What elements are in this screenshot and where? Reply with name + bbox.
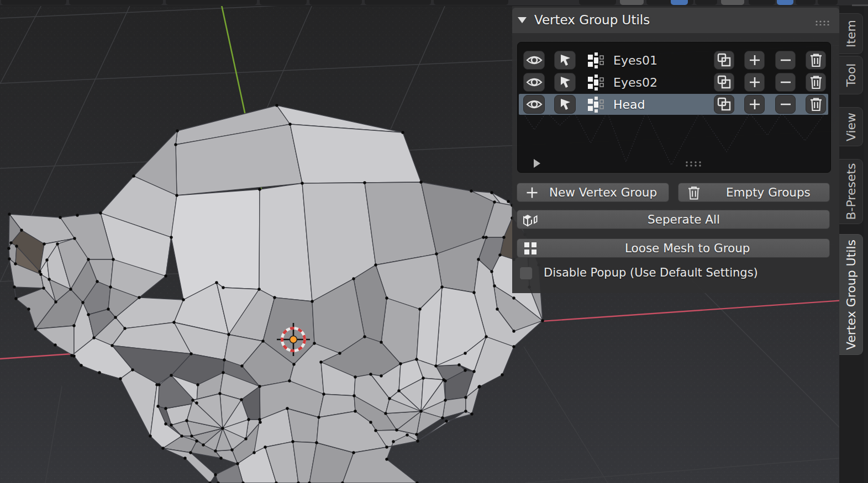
vertex-group-row[interactable]: Eyes01 bbox=[519, 49, 828, 71]
panel-title: Vertex Group Utils bbox=[534, 13, 650, 27]
disable-popup-checkbox[interactable] bbox=[519, 267, 533, 280]
visibility-toggle-eye-icon[interactable] bbox=[523, 95, 545, 114]
vertex-group-name[interactable]: Eyes02 bbox=[613, 76, 657, 89]
add-group-button[interactable] bbox=[744, 73, 765, 92]
sidebar-tab-strip: ItemToolViewB-PresetsVertex Group Utils bbox=[839, 6, 864, 483]
sidebar-tab-label: Vertex Group Utils bbox=[844, 239, 858, 349]
header-widget[interactable] bbox=[166, 0, 257, 5]
remove-group-button[interactable] bbox=[775, 73, 796, 92]
header-widget[interactable] bbox=[309, 0, 362, 5]
header-widget[interactable] bbox=[1, 0, 66, 5]
vertex-group-icon bbox=[587, 97, 606, 115]
sidebar-tab-label: B-Presets bbox=[844, 163, 858, 220]
new-vertex-group-label: New Vertex Group bbox=[549, 185, 657, 199]
plus-icon bbox=[525, 185, 539, 200]
sidebar-tab-view[interactable]: View bbox=[839, 107, 863, 146]
vertex-group-name[interactable]: Eyes01 bbox=[613, 54, 657, 67]
delete-group-button[interactable] bbox=[806, 51, 826, 70]
duplicate-group-button[interactable] bbox=[714, 51, 734, 70]
header-widget[interactable] bbox=[434, 0, 508, 5]
header-widget[interactable] bbox=[818, 0, 838, 5]
vertex-group-name[interactable]: Head bbox=[613, 98, 645, 112]
separate-all-button[interactable]: Seperate All bbox=[517, 210, 830, 229]
vertex-group-icon bbox=[587, 75, 606, 93]
squares-grid-icon bbox=[523, 241, 538, 256]
header-widget[interactable] bbox=[620, 0, 644, 5]
header-widget[interactable] bbox=[671, 0, 688, 5]
remove-group-button[interactable] bbox=[775, 95, 796, 114]
new-vertex-group-button[interactable]: New Vertex Group bbox=[517, 183, 669, 202]
vertex-group-list[interactable]: Eyes01Eyes02Head bbox=[517, 42, 831, 173]
blender-window: Vertex Group Utils Eyes01Eyes02Head bbox=[0, 0, 868, 483]
remove-group-button[interactable] bbox=[775, 51, 796, 70]
trash-icon bbox=[687, 185, 701, 200]
selectability-toggle-cursor-icon[interactable] bbox=[554, 51, 576, 70]
add-group-button[interactable] bbox=[744, 51, 765, 70]
sidebar-tab-label: Tool bbox=[844, 63, 858, 87]
loose-mesh-to-group-button[interactable]: Loose Mesh to Group bbox=[517, 238, 830, 258]
header-widget[interactable] bbox=[69, 0, 163, 5]
sidebar-panel-vertex-group-utils: Vertex Group Utils Eyes01Eyes02Head bbox=[512, 6, 839, 293]
panel-collapse-arrow-icon[interactable] bbox=[518, 17, 527, 23]
visibility-toggle-eye-icon[interactable] bbox=[523, 51, 545, 70]
sidebar-scrollbar-track[interactable] bbox=[864, 6, 868, 483]
sidebar-tab-label: Item bbox=[844, 20, 858, 47]
sidebar-tab-label: View bbox=[844, 112, 858, 141]
vertex-group-row[interactable]: Eyes02 bbox=[519, 71, 828, 93]
loose-mesh-to-group-label: Loose Mesh to Group bbox=[625, 241, 750, 255]
empty-groups-label: Empty Groups bbox=[726, 185, 811, 199]
header-widget[interactable] bbox=[777, 0, 793, 5]
selectability-toggle-cursor-icon[interactable] bbox=[554, 95, 576, 114]
header-widget[interactable] bbox=[365, 0, 431, 5]
delete-group-button[interactable] bbox=[806, 95, 826, 114]
header-widget[interactable] bbox=[695, 0, 717, 5]
list-expand-arrow-icon[interactable] bbox=[534, 159, 540, 168]
visibility-toggle-eye-icon[interactable] bbox=[523, 73, 545, 92]
delete-group-button[interactable] bbox=[806, 73, 826, 92]
sidebar-tab-vertex-group-utils[interactable]: Vertex Group Utils bbox=[839, 234, 863, 355]
disable-popup-label: Disable Popup (Use Default Settings) bbox=[544, 266, 758, 279]
header-widget[interactable] bbox=[796, 0, 816, 5]
duplicate-group-button[interactable] bbox=[714, 73, 734, 92]
panel-header[interactable]: Vertex Group Utils bbox=[512, 8, 839, 33]
panel-drag-grip-icon[interactable] bbox=[815, 20, 829, 25]
duplicate-group-button[interactable] bbox=[714, 95, 734, 114]
header-widget[interactable] bbox=[260, 0, 307, 5]
list-resize-grip-icon[interactable] bbox=[685, 161, 703, 167]
header-widget[interactable] bbox=[721, 0, 744, 5]
header-widget[interactable] bbox=[579, 0, 616, 5]
sidebar-tab-b-presets[interactable]: B-Presets bbox=[839, 159, 863, 224]
vertex-group-icon bbox=[587, 52, 606, 71]
viewport-header-strip bbox=[0, 0, 868, 6]
sidebar-tab-item[interactable]: Item bbox=[839, 13, 863, 54]
empty-groups-button[interactable]: Empty Groups bbox=[678, 183, 830, 202]
selectability-toggle-cursor-icon[interactable] bbox=[554, 73, 576, 92]
separate-icon bbox=[522, 211, 539, 228]
sidebar-tab-tool[interactable]: Tool bbox=[839, 56, 863, 94]
separate-all-label: Seperate All bbox=[648, 213, 720, 226]
add-group-button[interactable] bbox=[744, 95, 765, 114]
header-widget[interactable] bbox=[749, 0, 775, 5]
vertex-group-row[interactable]: Head bbox=[519, 93, 828, 115]
